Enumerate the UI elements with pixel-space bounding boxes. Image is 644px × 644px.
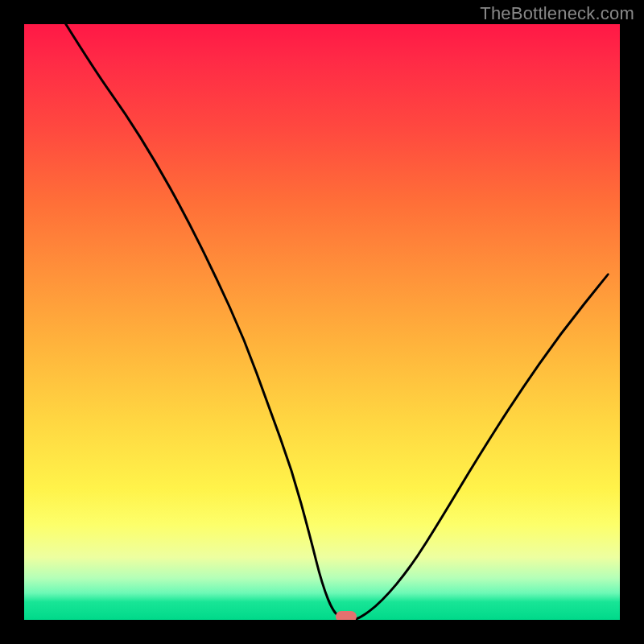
watermark-text: TheBottleneck.com: [480, 3, 634, 24]
chart-frame: TheBottleneck.com: [0, 0, 644, 644]
bottleneck-curve: [66, 24, 608, 620]
curve-layer: [24, 24, 620, 620]
result-marker: [336, 611, 357, 620]
plot-area: [24, 24, 620, 620]
